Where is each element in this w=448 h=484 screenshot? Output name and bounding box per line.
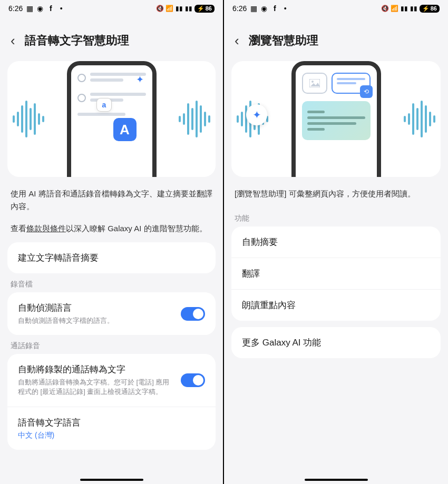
item-read-aloud[interactable]: 朗讀重點內容 [231, 289, 441, 321]
page-title: 瀏覽智慧助理 [249, 33, 318, 48]
screen-voice-assist: 6:26 ▦ ◉ f • 🔇 📶 ▮▮ ▮▮ ⚡86 ‹ 語音轉文字智慧助理 ✦ [0, 0, 224, 484]
status-bar: 6:26 ▦ ◉ f • 🔇 📶 ▮▮ ▮▮ ⚡86 [224, 0, 448, 17]
hero-illustration: ⟲ ✦ [231, 61, 441, 177]
status-time: 6:26 [232, 4, 247, 13]
svg-point-1 [311, 81, 314, 83]
header: ‹ 瀏覽智慧助理 [224, 17, 448, 56]
page-title: 語音轉文字智慧助理 [25, 33, 129, 48]
card-summary: 建立文字轉語音摘要 [7, 242, 216, 273]
sparkle-icon: ✦ [246, 104, 267, 125]
battery-badge: ⚡86 [194, 5, 215, 13]
back-button[interactable]: ‹ [235, 34, 239, 47]
section-features: 功能 [224, 208, 448, 226]
status-time: 6:26 [8, 4, 23, 13]
sparkle-icon: ✦ [136, 74, 144, 85]
mute-icon: 🔇 [157, 5, 164, 12]
terms-link[interactable]: 條款與條件 [26, 224, 66, 233]
header: ‹ 語音轉文字智慧助理 [0, 17, 223, 56]
pokemon-icon: ◉ [36, 5, 44, 12]
card-call-recording: 自動將錄製的通話轉為文字 自動將通話錄音轉換為文字稿。您可於 [電話] 應用程式… [7, 354, 216, 449]
nav-bar[interactable] [305, 479, 368, 481]
item-auto-transcribe[interactable]: 自動將錄製的通話轉為文字 自動將通話錄音轉換為文字稿。您可於 [電話] 應用程式… [7, 354, 216, 406]
toggle-auto-detect[interactable] [181, 307, 205, 321]
bubble-lowercase-a: a [96, 98, 112, 112]
card-features: 自動摘要 翻譯 朗讀重點內容 [231, 226, 441, 321]
facebook-icon: f [271, 5, 278, 12]
item-translate[interactable]: 翻譯 [231, 258, 441, 289]
item-create-summary[interactable]: 建立文字轉語音摘要 [7, 242, 216, 273]
item-auto-summary[interactable]: 自動摘要 [231, 226, 441, 258]
more-icon: • [57, 5, 65, 12]
section-call-recording: 通話錄音 [0, 335, 223, 354]
wifi-icon: 📶 [166, 5, 173, 12]
image-placeholder-icon [302, 73, 327, 94]
gallery-icon: ▦ [250, 5, 257, 12]
section-recordings: 錄音檔 [0, 273, 223, 292]
nav-bar[interactable] [80, 479, 143, 481]
mute-icon: 🔇 [382, 5, 389, 12]
back-button[interactable]: ‹ [11, 34, 15, 47]
hero-illustration: ✦ a A [7, 61, 216, 177]
more-icon: • [281, 5, 289, 12]
signal2-icon: ▮▮ [410, 5, 417, 12]
signal-icon: ▮▮ [401, 5, 408, 12]
bubble-uppercase-a: A [113, 118, 137, 141]
battery-badge: ⚡86 [420, 5, 440, 13]
signal2-icon: ▮▮ [185, 5, 192, 12]
facebook-icon: f [47, 5, 54, 12]
signal-icon: ▮▮ [176, 5, 183, 12]
status-bar: 6:26 ▦ ◉ f • 🔇 📶 ▮▮ ▮▮ ⚡86 [0, 0, 223, 17]
description-1: 使用 AI 將語音和通話錄音檔轉錄為文字、建立摘要並翻譯內容。 [0, 185, 223, 220]
toggle-auto-transcribe[interactable] [181, 373, 205, 387]
gallery-icon: ▦ [26, 5, 33, 12]
wifi-icon: 📶 [391, 5, 398, 12]
item-transcribe-language[interactable]: 語音轉文字語言 中文 (台灣) [7, 407, 216, 450]
description-2: 查看條款與條件以深入瞭解 Galaxy AI 的進階智慧功能。 [0, 220, 223, 242]
item-more-galaxy-ai[interactable]: 更多 Galaxy AI 功能 [231, 327, 441, 358]
item-auto-detect-language[interactable]: 自動偵測語言 自動偵測語音轉文字檔的語言。 [7, 292, 216, 335]
card-more: 更多 Galaxy AI 功能 [231, 327, 441, 358]
card-recordings: 自動偵測語言 自動偵測語音轉文字檔的語言。 [7, 292, 216, 335]
pokemon-icon: ◉ [260, 5, 268, 12]
translate-icon: ⟲ [360, 85, 373, 98]
description: [瀏覽智慧助理] 可彙整網頁內容，方便使用者閱讀。 [224, 185, 448, 208]
screen-browse-assist: 6:26 ▦ ◉ f • 🔇 📶 ▮▮ ▮▮ ⚡86 ‹ 瀏覽智慧助理 [224, 0, 448, 484]
